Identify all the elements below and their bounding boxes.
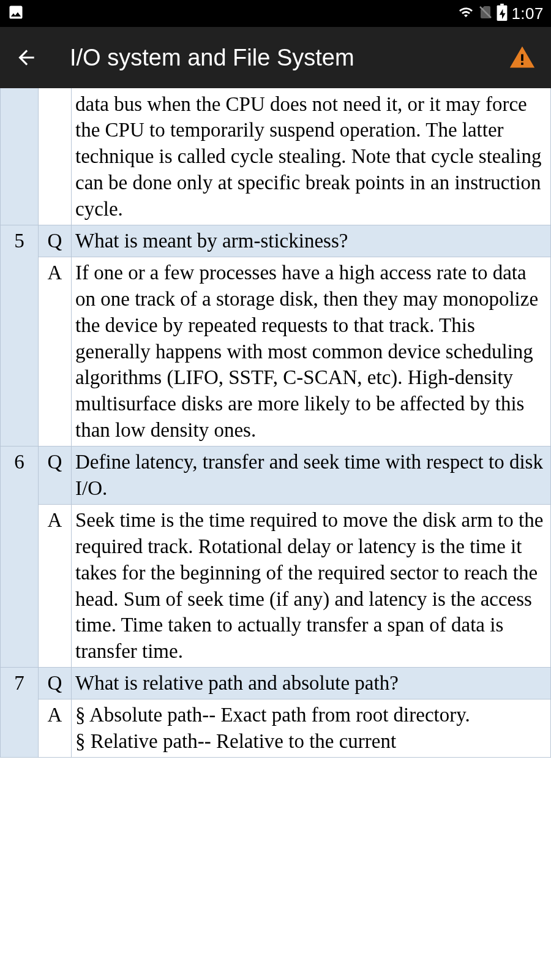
table-row: ASeek time is the time required to move … — [1, 504, 551, 667]
table-row: 5QWhat is meant by arm-stickiness? — [1, 225, 551, 257]
svg-rect-3 — [521, 55, 523, 61]
answer-label: A — [39, 699, 72, 758]
question-label: Q — [39, 668, 72, 699]
row-number — [1, 89, 39, 225]
table-row: AIf one or a few processes have a high a… — [1, 257, 551, 446]
qa-table: data bus when the CPU does not need it, … — [0, 88, 551, 758]
question-text: Define latency, transfer and seek time w… — [72, 447, 551, 505]
table-row: data bus when the CPU does not need it, … — [1, 89, 551, 225]
back-button[interactable] — [15, 46, 38, 69]
status-right: 1:07 — [457, 4, 544, 23]
question-label: Q — [39, 447, 72, 505]
table-row: A§ Absolute path-- Exact path from root … — [1, 699, 551, 758]
row-number — [1, 699, 39, 758]
app-bar: I/O system and File System — [0, 27, 551, 88]
picture-icon — [7, 4, 24, 23]
answer-text: Seek time is the time required to move t… — [72, 504, 551, 667]
row-number: 5 — [1, 225, 39, 257]
row-number: 7 — [1, 668, 39, 699]
row-number — [1, 504, 39, 667]
status-left — [7, 4, 24, 23]
answer-label — [39, 89, 72, 225]
row-number: 6 — [1, 447, 39, 505]
svg-rect-4 — [521, 62, 523, 65]
answer-text: data bus when the CPU does not need it, … — [72, 89, 551, 225]
answer-label: A — [39, 257, 72, 446]
question-label: Q — [39, 225, 72, 257]
question-text: What is relative path and absolute path? — [72, 668, 551, 699]
answer-text: If one or a few processes have a high ac… — [72, 257, 551, 446]
no-sim-icon — [478, 4, 493, 23]
answer-text: § Absolute path-- Exact path from root d… — [72, 699, 551, 758]
status-time: 1:07 — [511, 4, 544, 23]
answer-label: A — [39, 504, 72, 667]
status-bar: 1:07 — [0, 0, 551, 27]
table-row: 6QDefine latency, transfer and seek time… — [1, 447, 551, 505]
row-number — [1, 257, 39, 446]
svg-rect-2 — [501, 4, 504, 6]
content-area[interactable]: data bus when the CPU does not need it, … — [0, 88, 551, 980]
question-text: What is meant by arm-stickiness? — [72, 225, 551, 257]
page-title: I/O system and File System — [70, 45, 508, 71]
battery-charging-icon — [497, 4, 508, 23]
wifi-icon — [457, 5, 474, 22]
table-row: 7QWhat is relative path and absolute pat… — [1, 668, 551, 699]
warning-icon[interactable] — [508, 44, 536, 71]
